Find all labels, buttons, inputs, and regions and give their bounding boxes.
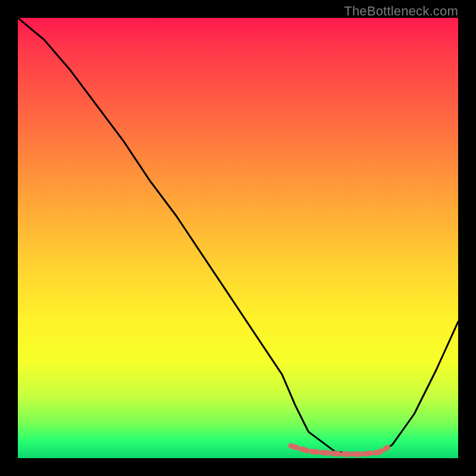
- bottleneck-floor-highlight-line: [291, 446, 388, 454]
- chart-svg: [18, 18, 458, 458]
- plot-area: [18, 18, 458, 458]
- watermark-text: TheBottleneck.com: [344, 4, 458, 19]
- bottleneck-curve-line: [18, 18, 458, 455]
- chart-frame: TheBottleneck.com: [0, 0, 476, 476]
